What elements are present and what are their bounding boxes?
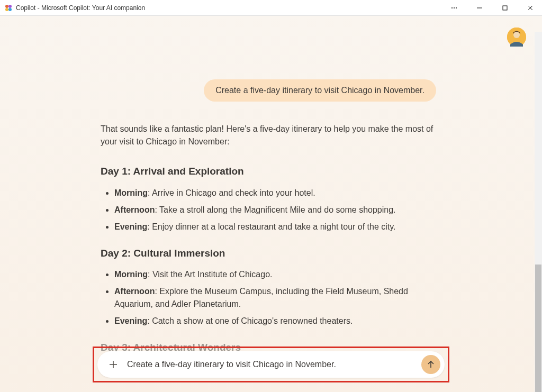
scrollbar-track[interactable] <box>535 32 542 392</box>
titlebar: Copilot - Microsoft Copilot: Your AI com… <box>0 0 542 16</box>
add-button[interactable] <box>106 357 121 372</box>
app-title: Copilot - Microsoft Copilot: Your AI com… <box>16 4 447 12</box>
list-item: Morning: Arrive in Chicago and check int… <box>114 187 441 199</box>
svg-rect-8 <box>503 6 507 10</box>
input-bar <box>97 351 445 378</box>
svg-point-6 <box>456 7 457 8</box>
svg-point-3 <box>8 8 12 11</box>
svg-point-2 <box>5 8 8 11</box>
list-item: Evening: Catch a show at one of Chicago'… <box>114 315 441 327</box>
chat-container: Create a five-day itinerary to visit Chi… <box>0 16 542 392</box>
app-icon <box>4 4 13 12</box>
svg-point-1 <box>8 5 12 8</box>
day1-list: Morning: Arrive in Chicago and check int… <box>101 187 441 233</box>
close-button[interactable] <box>523 1 538 15</box>
list-item: Morning: Visit the Art Institute of Chic… <box>114 268 441 281</box>
input-highlight-box <box>93 347 449 382</box>
maximize-button[interactable] <box>498 1 512 15</box>
content-area: Create a five-day itinerary to visit Chi… <box>0 16 542 392</box>
svg-point-0 <box>5 5 8 8</box>
svg-point-4 <box>451 7 453 8</box>
svg-point-5 <box>454 7 455 8</box>
more-button[interactable] <box>447 1 462 15</box>
list-item: Afternoon: Explore the Museum Campus, in… <box>114 285 441 311</box>
scrollbar-thumb[interactable] <box>535 265 541 392</box>
user-message-bubble: Create a five-day itinerary to visit Chi… <box>204 79 436 102</box>
prompt-input[interactable] <box>127 360 417 369</box>
send-button[interactable] <box>421 355 440 374</box>
day1-heading: Day 1: Arrival and Exploration <box>101 164 441 179</box>
svg-point-12 <box>513 32 520 38</box>
avatar[interactable] <box>507 28 526 47</box>
day2-heading: Day 2: Cultural Immersion <box>101 246 441 261</box>
minimize-button[interactable] <box>472 1 487 15</box>
list-item: Afternoon: Take a stroll along the Magni… <box>114 204 441 216</box>
day2-list: Morning: Visit the Art Institute of Chic… <box>101 268 441 327</box>
intro-text: That sounds like a fantastic plan! Here'… <box>101 123 441 148</box>
list-item: Evening: Enjoy dinner at a local restaur… <box>114 221 441 233</box>
assistant-response: That sounds like a fantastic plan! Here'… <box>101 123 441 355</box>
